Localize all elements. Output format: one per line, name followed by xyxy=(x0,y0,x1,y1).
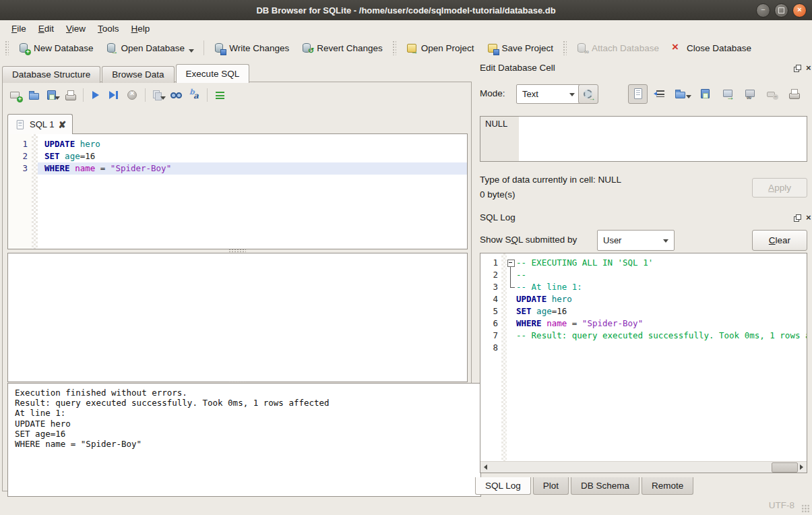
message-line: At line 1: xyxy=(15,408,474,418)
save-project-button[interactable]: Save Project xyxy=(480,40,560,56)
tab-execute-sql[interactable]: Execute SQL xyxy=(176,64,250,83)
new-database-button[interactable]: New Database xyxy=(12,40,100,56)
maximize-icon[interactable] xyxy=(774,3,788,18)
stop-execution-button[interactable] xyxy=(123,87,142,103)
find-button[interactable] xyxy=(167,87,185,103)
fold-marker xyxy=(507,269,516,281)
code-token: name xyxy=(75,163,95,173)
main-tab-bar: Database StructureBrowse DataExecute SQL xyxy=(2,64,251,83)
fold-column xyxy=(507,253,516,462)
sql-toolbar xyxy=(7,86,229,104)
set-null-button[interactable] xyxy=(763,85,781,103)
line-number: 2 xyxy=(480,269,498,281)
fold-marker xyxy=(507,281,516,293)
print-sql-button[interactable] xyxy=(61,87,80,103)
line-number: 6 xyxy=(480,317,498,330)
code-token: WHERE xyxy=(44,163,70,173)
fold-marker[interactable] xyxy=(507,257,516,269)
log-margin xyxy=(501,253,507,462)
mode-select[interactable]: Text xyxy=(516,84,581,104)
code-token: =16 xyxy=(80,151,96,161)
apply-button[interactable]: Apply xyxy=(752,178,807,198)
export-data-icon xyxy=(722,88,733,99)
save-as-button[interactable] xyxy=(696,85,714,103)
open-link-button[interactable] xyxy=(741,85,759,103)
gear-icon xyxy=(583,89,594,100)
editor-text-area[interactable]: UPDATE heroSET age=16WHERE name = "Spide… xyxy=(38,134,467,249)
scroll-left-icon[interactable] xyxy=(480,462,491,472)
open-sql-file-button[interactable] xyxy=(25,87,43,103)
log-line: -- EXECUTING ALL IN 'SQL 1' xyxy=(516,257,807,269)
format-sql-button[interactable] xyxy=(211,87,229,103)
close-database-icon xyxy=(671,42,683,53)
import-file-button[interactable] xyxy=(674,85,692,103)
scrollbar-thumb[interactable] xyxy=(772,462,798,473)
open-project-button[interactable]: Open Project xyxy=(400,40,480,56)
execute-current-line-button[interactable] xyxy=(105,87,123,103)
minimize-icon[interactable]: − xyxy=(756,3,770,18)
cell-value-editor[interactable]: NULL xyxy=(480,116,807,162)
close-tab-icon[interactable]: ✘ xyxy=(58,121,66,129)
dock-tab-db-schema[interactable]: DB Schema xyxy=(571,477,639,495)
horizontal-scrollbar[interactable] xyxy=(480,461,807,473)
clear-label: Clear xyxy=(769,235,790,245)
tab-database-structure[interactable]: Database Structure xyxy=(2,66,100,83)
window-controls: − × xyxy=(756,3,807,18)
close-panel-icon[interactable] xyxy=(805,65,812,73)
submitted-by-select[interactable]: User xyxy=(597,230,675,251)
open-link-icon xyxy=(744,88,755,99)
splitter-handle[interactable] xyxy=(7,248,466,253)
undock-icon[interactable] xyxy=(794,65,802,73)
sql-log-view[interactable]: 12345678-- EXECUTING ALL IN 'SQL 1'---- … xyxy=(480,253,807,473)
close-icon[interactable]: × xyxy=(792,3,807,18)
new-sql-tab-button[interactable] xyxy=(7,87,25,103)
menu-item-tools[interactable]: Tools xyxy=(92,22,125,35)
write-changes-button[interactable]: Write Changes xyxy=(208,40,295,56)
stop-execution-icon xyxy=(127,90,138,100)
revert-changes-button[interactable]: Revert Changes xyxy=(295,40,389,56)
code-token xyxy=(60,151,65,161)
dock-tab-sql-log[interactable]: SQL Log xyxy=(475,477,531,495)
code-token: SET xyxy=(516,306,532,316)
scroll-right-icon[interactable] xyxy=(797,462,807,472)
auto-apply-button[interactable] xyxy=(578,84,598,104)
apply-label: Apply xyxy=(768,183,791,193)
toolbar-button-label: Close Database xyxy=(687,43,751,53)
export-data-button[interactable] xyxy=(718,85,737,103)
undock-icon[interactable] xyxy=(794,214,802,222)
sql-editor[interactable]: 123UPDATE heroSET age=16WHERE name = "Sp… xyxy=(7,133,468,249)
log-line-numbers: 12345678 xyxy=(480,253,501,462)
mode-value: Text xyxy=(522,89,538,99)
resize-grip[interactable] xyxy=(801,504,810,513)
code-line: SET age=16 xyxy=(38,150,467,162)
sql-editor-tab[interactable]: SQL 1 ✘ xyxy=(7,114,73,134)
close-database-button[interactable]: Close Database xyxy=(665,40,757,56)
word-wrap-button[interactable] xyxy=(652,85,670,103)
open-database-button[interactable]: Open Database xyxy=(100,40,201,56)
edit-cell-panel-buttons xyxy=(794,65,812,73)
fold-spacer xyxy=(507,342,516,354)
attach-database-button[interactable]: Attach Database xyxy=(570,40,665,56)
dropdown-arrow-icon xyxy=(55,90,59,100)
text-mode-button[interactable] xyxy=(628,84,648,104)
close-panel-icon[interactable] xyxy=(805,214,812,222)
find-replace-button[interactable] xyxy=(185,87,204,103)
cell-editor-toolbar xyxy=(628,84,803,104)
execute-all-button[interactable] xyxy=(87,87,105,103)
save-sql-file-button[interactable] xyxy=(43,87,61,103)
sql-log-title: SQL Log xyxy=(480,212,516,222)
code-token: SET xyxy=(44,151,60,161)
menu-item-file[interactable]: File xyxy=(5,22,32,35)
menu-item-edit[interactable]: Edit xyxy=(32,22,60,35)
clear-button[interactable]: Clear xyxy=(752,230,807,251)
dock-tab-plot[interactable]: Plot xyxy=(533,477,569,495)
tab-browse-data[interactable]: Browse Data xyxy=(102,66,174,83)
sql-tab-label: SQL 1 xyxy=(30,119,54,129)
dock-tab-remote[interactable]: Remote xyxy=(642,477,693,495)
menu-item-help[interactable]: Help xyxy=(125,22,156,35)
print-cell-button[interactable] xyxy=(785,85,803,103)
menu-item-view[interactable]: View xyxy=(60,22,92,35)
encoding-status: UTF-8 xyxy=(769,500,794,510)
log-line: -- Result: query executed successfully. … xyxy=(516,330,807,342)
export-results-button[interactable] xyxy=(149,87,167,103)
